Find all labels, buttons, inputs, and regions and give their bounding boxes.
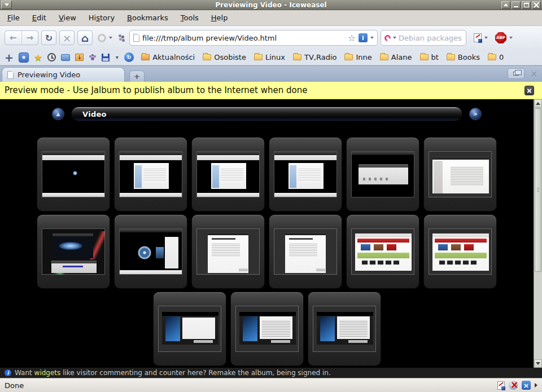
open-folder-button[interactable]: [61, 54, 70, 61]
stop-button[interactable]: [59, 30, 75, 45]
bookmark-star-icon[interactable]: [348, 33, 356, 43]
scrapbook-caret[interactable]: [484, 37, 488, 39]
search-input[interactable]: [399, 34, 462, 42]
bookmark-label: bt: [431, 53, 439, 61]
search-engine-caret[interactable]: [393, 37, 396, 39]
search-bar[interactable]: [381, 30, 466, 46]
menu-bookmarks[interactable]: Bookmarks: [121, 11, 174, 24]
bookmark-bt[interactable]: bt: [420, 53, 439, 61]
thumbnail-image-vlc-controls: [351, 151, 414, 197]
scrapbook-status-icon[interactable]: [497, 381, 505, 390]
new-tab-button[interactable]: [129, 71, 145, 82]
video-thumbnail-video-07[interactable]: [37, 215, 110, 288]
scroll-up-button[interactable]: [534, 99, 542, 108]
album-up-button[interactable]: ▲: [52, 108, 64, 120]
home-button[interactable]: [77, 30, 93, 45]
status-expander-icon[interactable]: [535, 383, 537, 387]
close-button[interactable]: [532, 1, 541, 9]
list-all-tabs-button[interactable]: [508, 68, 524, 79]
video-thumbnail-video-10[interactable]: [269, 215, 342, 288]
scrollbar-thumb[interactable]: [535, 108, 541, 272]
noscript-status-icon[interactable]: [509, 381, 518, 390]
shade-icon: [504, 3, 508, 6]
menu-tools[interactable]: Tools: [174, 11, 205, 24]
video-thumbnail-video-13[interactable]: [154, 292, 226, 365]
folder-icon: [254, 54, 263, 60]
shade-button[interactable]: [501, 1, 510, 9]
bookmark-alane[interactable]: Alane: [380, 53, 412, 61]
page-scrollbar[interactable]: [534, 99, 542, 368]
overflow-button[interactable]: [115, 54, 119, 60]
video-thumbnail-video-01[interactable]: [37, 138, 110, 211]
identity-icon[interactable]: [359, 33, 368, 42]
menu-file[interactable]: File: [1, 11, 26, 24]
bookmark-books[interactable]: Books: [447, 53, 480, 61]
video-thumbnail-video-12[interactable]: [424, 215, 496, 288]
scrapbook-icon[interactable]: [474, 33, 482, 42]
video-thumbnail-video-03[interactable]: [192, 138, 264, 211]
menu-help[interactable]: Help: [205, 11, 234, 24]
back-button[interactable]: [5, 31, 21, 45]
add-bookmark-button[interactable]: [5, 51, 14, 64]
bookmark-aktualności[interactable]: Aktualności: [141, 53, 195, 61]
close-tab-button[interactable]: [530, 68, 537, 79]
extension-grapes-icon[interactable]: [116, 33, 125, 42]
flashgot-status-icon[interactable]: [522, 381, 531, 390]
scroll-down-button[interactable]: [534, 359, 542, 368]
url-bar[interactable]: [129, 30, 378, 46]
url-dropdown-caret[interactable]: [370, 37, 374, 39]
note-prefix: Want: [15, 369, 34, 377]
debian-search-icon: [383, 33, 392, 42]
downloads-button[interactable]: [75, 54, 84, 61]
menu-view[interactable]: View: [53, 11, 82, 24]
save-button[interactable]: [102, 54, 110, 61]
note-suffix: like visitor commenting and counter here…: [60, 369, 330, 377]
video-thumbnail-video-09[interactable]: [192, 215, 264, 288]
livemark-button[interactable]: [124, 52, 134, 62]
widgets-link[interactable]: widgets: [34, 369, 61, 377]
throbber-caret[interactable]: [109, 37, 112, 39]
paw-button[interactable]: [89, 54, 97, 61]
menu-edit[interactable]: Edit: [26, 11, 53, 24]
video-thumbnail-video-06[interactable]: [424, 138, 496, 211]
bookmark-0[interactable]: 0: [488, 53, 504, 61]
forward-button[interactable]: [22, 31, 38, 45]
tab-previewing-video[interactable]: Previewing Video: [2, 67, 125, 82]
album-next-button[interactable]: »: [469, 108, 482, 120]
bookmarks-sidebar-button[interactable]: [19, 52, 29, 63]
maximize-button[interactable]: [522, 1, 531, 9]
video-thumbnail-video-14[interactable]: [231, 292, 303, 365]
video-thumbnail-video-05[interactable]: [347, 138, 419, 211]
star-button[interactable]: [34, 52, 42, 63]
thumbnail-image-xine: [42, 228, 105, 275]
bookmark-tv,radio[interactable]: TV,Radio: [293, 53, 337, 61]
url-input[interactable]: [142, 34, 345, 42]
reload-button[interactable]: [41, 30, 56, 45]
notification-close-button[interactable]: [524, 86, 534, 95]
bookmark-osobiste[interactable]: Osobiste: [203, 53, 246, 61]
menu-history[interactable]: History: [82, 11, 121, 24]
video-thumbnail-video-11[interactable]: [347, 215, 419, 288]
bookmark-label: Osobiste: [214, 53, 246, 61]
video-thumbnail-video-08[interactable]: [115, 215, 187, 288]
thumbnail-image-prefs-light: [429, 151, 492, 197]
adblock-plus-icon[interactable]: [495, 32, 506, 43]
bookmark-inne[interactable]: Inne: [344, 53, 371, 61]
history-button[interactable]: [47, 53, 56, 61]
status-bar: Done: [0, 378, 542, 392]
video-thumbnail-video-02[interactable]: [115, 138, 187, 211]
title-bar: Previewing Video - Iceweasel: [0, 0, 542, 10]
video-thumbnail-video-04[interactable]: [269, 138, 342, 211]
abp-caret[interactable]: [509, 37, 513, 39]
folder-icon: [488, 54, 496, 60]
thumbnail-image-wizard: [196, 228, 260, 275]
maximize-icon: [524, 3, 529, 7]
minimize-button[interactable]: [512, 1, 521, 9]
folder-icon: [293, 54, 301, 60]
thumbnail-image-settings-dialog: [196, 151, 260, 197]
widgets-note-bar: Want widgets like visitor commenting and…: [0, 368, 542, 378]
thumbnail-image-real-text: [313, 306, 376, 352]
tab-label: Previewing Video: [18, 71, 80, 79]
bookmark-linux[interactable]: Linux: [254, 53, 285, 61]
video-thumbnail-video-15[interactable]: [308, 292, 381, 365]
